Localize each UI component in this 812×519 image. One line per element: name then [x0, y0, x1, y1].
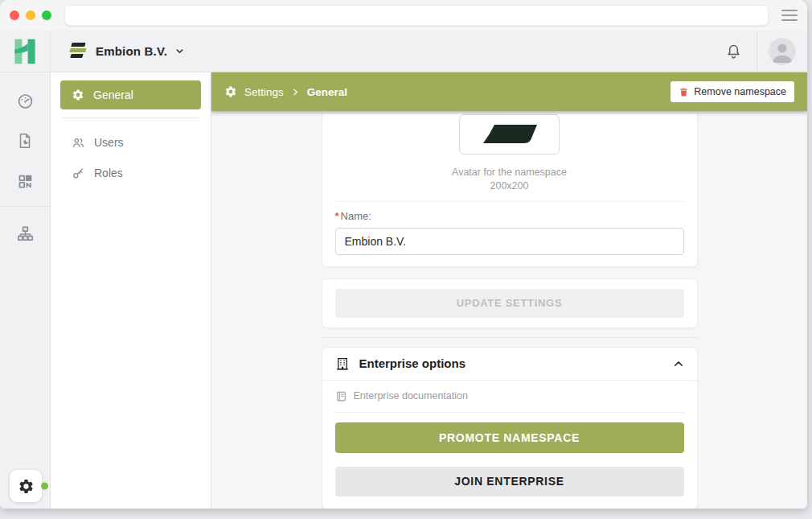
- avatar-caption: Avatar for the namespace 200x200: [322, 166, 697, 193]
- traffic-lights: [10, 10, 51, 20]
- browser-menu-icon[interactable]: [781, 10, 798, 21]
- namespace-settings-card: Avatar for the namespace 200x200 *Name:: [322, 114, 698, 267]
- gear-icon: [72, 89, 84, 101]
- bell-icon: [725, 43, 742, 60]
- minimize-window-button[interactable]: [26, 10, 35, 20]
- app-logo[interactable]: [0, 31, 51, 72]
- remove-namespace-button[interactable]: Remove namespace: [671, 81, 794, 102]
- promote-namespace-button[interactable]: PROMOTE NAMESPACE: [335, 422, 684, 453]
- address-bar[interactable]: [64, 5, 769, 26]
- embion-logo-icon: [68, 42, 88, 60]
- report-document-icon: [16, 132, 34, 150]
- dashboard-gauge-icon: [16, 92, 35, 110]
- name-field-label: *Name:: [335, 210, 684, 222]
- enterprise-options-header[interactable]: Enterprise options: [322, 348, 697, 381]
- workspace-switcher[interactable]: Embion B.V.: [51, 31, 195, 72]
- trash-icon: [679, 87, 689, 97]
- sidebar-item-label: Roles: [94, 167, 123, 179]
- sidebar-item-label: General: [93, 89, 133, 101]
- settings-sidebar: General Users: [51, 72, 211, 509]
- nav-reports-button[interactable]: [0, 121, 50, 161]
- enterprise-options-title: Enterprise options: [359, 356, 466, 370]
- gear-icon: [18, 478, 35, 495]
- required-marker: *: [335, 210, 339, 222]
- book-icon: [335, 390, 347, 402]
- main-area: Settings General Remove namespace: [211, 72, 807, 509]
- sidebar-item-general[interactable]: General: [60, 80, 201, 109]
- workspace-name: Embion B.V.: [96, 44, 167, 58]
- notifications-button[interactable]: [710, 31, 757, 72]
- user-avatar: [769, 38, 796, 65]
- breadcrumb-settings[interactable]: Settings: [244, 86, 284, 98]
- user-menu-button[interactable]: [757, 31, 807, 72]
- sidebar-item-label: Users: [94, 136, 124, 149]
- sidebar-item-users[interactable]: Users: [60, 128, 201, 157]
- sidebar-item-roles[interactable]: Roles: [60, 159, 201, 187]
- gear-icon: [224, 85, 237, 98]
- breadcrumb-general: General: [307, 86, 347, 98]
- chevron-right-icon: [292, 89, 299, 96]
- users-icon: [72, 136, 85, 150]
- chevron-up-icon: [673, 358, 684, 369]
- remove-namespace-label: Remove namespace: [694, 86, 786, 97]
- breadcrumb-bar: Settings General Remove namespace: [211, 72, 807, 111]
- name-input[interactable]: [335, 228, 684, 255]
- chevron-down-icon: [175, 47, 184, 56]
- h-logo-icon: [10, 37, 39, 66]
- browser-chrome: [0, 0, 807, 31]
- nav-apps-button[interactable]: [0, 161, 50, 201]
- browser-window: Embion B.V.: [0, 0, 807, 509]
- building-icon: [335, 356, 350, 371]
- enterprise-documentation-link[interactable]: Enterprise documentation: [335, 390, 684, 402]
- content-scroll-area[interactable]: Avatar for the namespace 200x200 *Name: …: [211, 111, 807, 509]
- apps-grid-icon: [17, 173, 34, 190]
- enterprise-documentation-label: Enterprise documentation: [354, 390, 468, 402]
- join-enterprise-button[interactable]: JOIN ENTERPRISE: [335, 467, 684, 496]
- section-divider: [322, 337, 698, 338]
- namespace-avatar-upload[interactable]: [459, 114, 560, 154]
- primary-nav-rail: [0, 72, 51, 509]
- update-settings-button[interactable]: UPDATE SETTINGS: [335, 289, 684, 318]
- form-actions-card: UPDATE SETTINGS: [322, 278, 698, 328]
- zoom-window-button[interactable]: [42, 10, 51, 20]
- settings-status-dot: [41, 483, 48, 490]
- key-icon: [72, 167, 85, 180]
- nav-organization-button[interactable]: [0, 213, 50, 253]
- namespace-avatar-image: [478, 124, 542, 145]
- app-header: Embion B.V.: [0, 31, 807, 72]
- enterprise-options-card: Enterprise options: [322, 347, 698, 509]
- settings-shortcut-button[interactable]: [10, 470, 42, 502]
- sitemap-icon: [16, 224, 35, 243]
- nav-dashboard-button[interactable]: [0, 80, 50, 121]
- close-window-button[interactable]: [10, 10, 19, 20]
